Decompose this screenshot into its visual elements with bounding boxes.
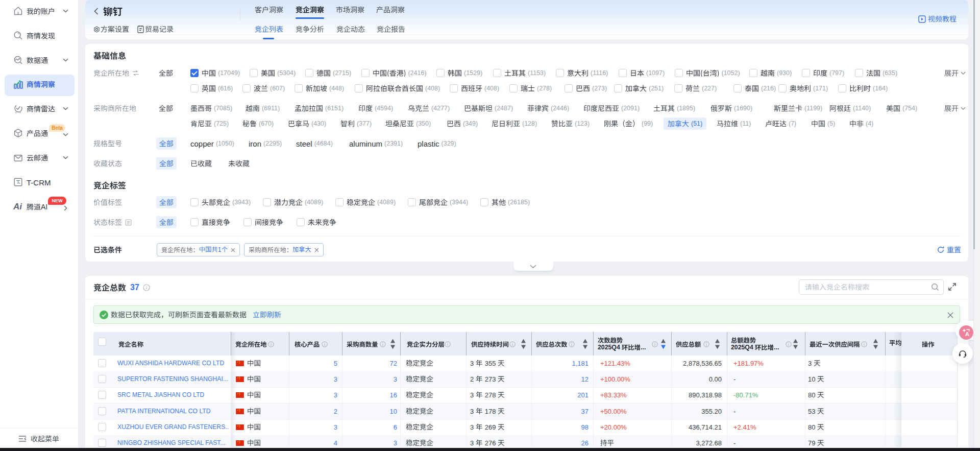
svg-text:A: A <box>965 331 969 337</box>
